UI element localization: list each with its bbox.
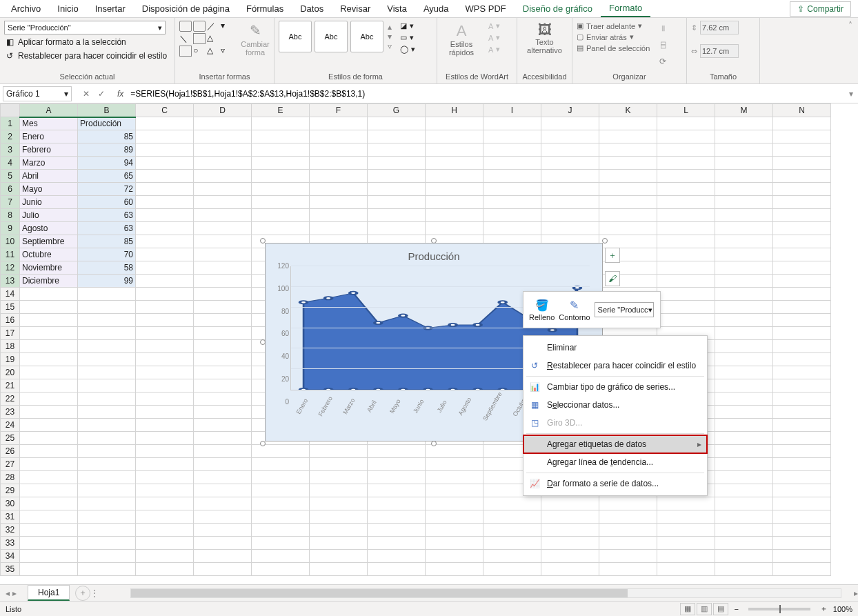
gallery-more-icon[interactable]: ▿ xyxy=(388,41,392,51)
chart-element-dropdown[interactable]: Serie "Producción" ▾ xyxy=(4,21,166,34)
chart-styles-button[interactable]: 🖌 xyxy=(605,271,620,286)
chart-elements-button[interactable]: ＋ xyxy=(605,248,620,263)
view-pagelayout-button[interactable]: ▥ xyxy=(697,603,712,615)
width-icon: ⇔ xyxy=(691,47,697,56)
svg-point-20 xyxy=(499,388,506,390)
horizontal-scrollbar[interactable] xyxy=(130,588,841,598)
group-label: Insertar formas xyxy=(179,71,270,82)
format-selection-button[interactable]: ◧ Aplicar formato a la selección xyxy=(4,36,170,48)
text-fill-button[interactable]: A▾ xyxy=(488,21,500,31)
ctx-reset-style[interactable]: ↺Restablecer para hacer coincidir el est… xyxy=(523,357,707,375)
plus-icon: ＋ xyxy=(608,250,617,261)
menu-insert[interactable]: Insertar xyxy=(87,1,134,17)
svg-point-8 xyxy=(499,301,506,304)
bring-forward-button[interactable]: ▣Traer adelante▾ xyxy=(577,21,650,31)
menu-wpspdf[interactable]: WPS PDF xyxy=(457,1,515,17)
share-button[interactable]: ⇪ Compartir xyxy=(790,1,851,17)
svg-point-12 xyxy=(300,388,307,390)
format-icon: ◧ xyxy=(4,37,15,48)
width-field[interactable]: ⇔ xyxy=(691,44,739,58)
zoom-level[interactable]: 100% xyxy=(833,605,852,613)
sheet-nav-next-icon[interactable]: ▸ xyxy=(12,588,17,598)
wordart-quickstyles-button[interactable]: A Estilos rápidos xyxy=(441,21,481,58)
group-button[interactable]: ⌸ xyxy=(655,37,670,52)
selection-pane-button[interactable]: ▤Panel de selección xyxy=(577,43,650,53)
svg-point-16 xyxy=(399,388,406,390)
formula-input[interactable] xyxy=(128,89,844,99)
menu-home[interactable]: Inicio xyxy=(49,1,86,17)
sheet-tab-bar: ◂ ▸ Hoja1 ＋ ⋮ ▸ xyxy=(0,584,858,601)
group-label: Estilos de WordArt xyxy=(441,71,512,82)
menu-file[interactable]: Archivo xyxy=(3,1,49,17)
sendback-icon: ▢ xyxy=(577,32,583,41)
text-effects-button[interactable]: A▾ xyxy=(488,44,500,54)
svg-point-0 xyxy=(300,301,307,304)
spreadsheet-grid[interactable]: ABCDEFGHIJKLMN1MesProducción2Enero853Feb… xyxy=(0,103,858,589)
view-normal-button[interactable]: ▦ xyxy=(680,603,695,615)
menu-pagelayout[interactable]: Disposición de página xyxy=(134,1,238,17)
menu-review[interactable]: Revisar xyxy=(332,1,379,17)
reset-match-style-button[interactable]: ↺ Restablecer para hacer coincidir el es… xyxy=(4,50,170,62)
ctx-3d-rotation: ◳Giro 3D... xyxy=(523,414,707,432)
menu-data[interactable]: Datos xyxy=(292,1,332,17)
send-back-button[interactable]: ▢Enviar atrás▾ xyxy=(577,32,650,42)
group-label: Organizar xyxy=(577,71,682,82)
chart-icon: 📊 xyxy=(529,381,540,393)
menu-formulas[interactable]: Fórmulas xyxy=(238,1,292,17)
shape-style-gallery[interactable]: Abc Abc Abc ▴ ▾ ▿ xyxy=(279,21,393,52)
view-pagebreak-button[interactable]: ▤ xyxy=(713,603,728,615)
height-field[interactable]: ⇕ xyxy=(691,21,739,34)
shape-fill-button[interactable]: ◪▾ xyxy=(400,21,415,31)
rotate-button[interactable]: ⟳ xyxy=(655,54,670,69)
submenu-arrow-icon: ▸ xyxy=(697,439,701,449)
svg-point-7 xyxy=(474,324,481,326)
gallery-up-icon[interactable]: ▴ xyxy=(388,22,392,32)
mini-fill-button[interactable]: 🪣 Relleno xyxy=(529,299,555,321)
textfill-icon: A xyxy=(488,22,493,30)
svg-point-14 xyxy=(350,388,357,390)
chart-title[interactable]: Producción xyxy=(266,244,602,266)
menu-view[interactable]: Vista xyxy=(379,1,415,17)
gallery-down-icon[interactable]: ▾ xyxy=(388,32,392,41)
reset-icon: ↺ xyxy=(4,50,15,61)
ctx-add-trendline[interactable]: Agregar línea de tendencia... xyxy=(523,453,707,471)
zoom-in-button[interactable]: ＋ xyxy=(820,604,828,614)
add-sheet-button[interactable]: ＋ xyxy=(75,586,90,601)
fx-icon[interactable]: fx xyxy=(113,89,128,99)
mini-outline-button[interactable]: ✎ Contorno xyxy=(559,299,590,321)
height-icon: ⇕ xyxy=(691,23,697,32)
shape-effects-button[interactable]: ◯▾ xyxy=(400,44,415,54)
menu-help[interactable]: Ayuda xyxy=(415,1,457,17)
svg-point-3 xyxy=(375,321,381,324)
zoom-out-button[interactable]: − xyxy=(734,605,738,613)
data-icon: ▦ xyxy=(529,399,540,410)
menu-chartdesign[interactable]: Diseño de gráfico xyxy=(515,1,601,17)
text-outline-button[interactable]: A▾ xyxy=(488,32,500,43)
context-menu: Eliminar ↺Restablecer para hacer coincid… xyxy=(523,335,708,496)
formula-expand-icon[interactable]: ▾ xyxy=(844,89,858,99)
ctx-delete[interactable]: Eliminar xyxy=(523,339,707,357)
ribbon-collapse-icon[interactable]: ˄ xyxy=(848,21,852,30)
zoom-slider[interactable] xyxy=(748,608,810,610)
cancel-icon[interactable]: ✕ xyxy=(83,89,90,99)
shape-outline-button[interactable]: ▭▾ xyxy=(400,32,415,43)
enter-icon[interactable]: ✓ xyxy=(98,89,105,99)
svg-point-1 xyxy=(325,297,332,299)
texteffects-icon: A xyxy=(488,46,493,54)
alt-text-button[interactable]: 🖼 Texto alternativo xyxy=(521,21,568,56)
group-label: Estilos de forma xyxy=(279,71,432,82)
align-button[interactable]: ⫴ xyxy=(655,21,670,36)
menu-format[interactable]: Formato xyxy=(601,0,650,17)
group-label: Selección actual xyxy=(4,71,170,82)
chevron-down-icon: ▾ xyxy=(158,23,162,32)
sheet-tab[interactable]: Hoja1 xyxy=(28,585,70,601)
sheet-nav-prev-icon[interactable]: ◂ xyxy=(6,588,10,598)
shapes-gallery[interactable]: ／▾ ＼△ ○△▿ xyxy=(179,21,233,57)
ctx-format-data-series[interactable]: 📈Dar formato a serie de datos... xyxy=(523,475,707,493)
ctx-change-chart-type[interactable]: 📊Cambiar tipo de gráfico de series... xyxy=(523,378,707,396)
mini-series-dropdown[interactable]: Serie "Producc▾ xyxy=(595,302,654,317)
name-box[interactable]: Gráfico 1 ▾ xyxy=(3,86,72,101)
ctx-select-data[interactable]: ▦Seleccionar datos... xyxy=(523,396,707,414)
ctx-add-data-labels[interactable]: Agregar etiquetas de datos▸ xyxy=(523,435,707,453)
svg-point-6 xyxy=(449,324,456,326)
